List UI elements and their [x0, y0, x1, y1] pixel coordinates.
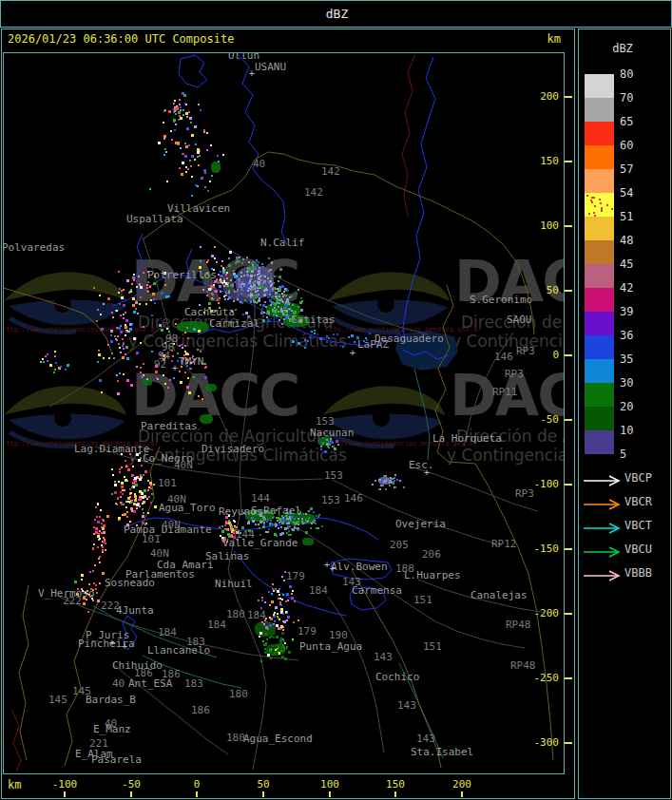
radar-echo-pixel: [158, 142, 161, 144]
radar-echo-pixel: [161, 292, 163, 295]
radar-echo-pixel: [250, 288, 252, 290]
radar-echo-pixel: [172, 355, 174, 357]
radar-echo-pixel: [146, 378, 148, 380]
radar-echo-pixel: [182, 92, 184, 95]
radar-echo-pixel: [403, 486, 405, 488]
radar-echo-pixel: [269, 290, 272, 293]
place-label: 4Junta: [116, 604, 154, 617]
radar-echo-pixel: [234, 291, 236, 293]
radar-echo-pixel: [114, 481, 116, 483]
radar-echo-pixel: [184, 332, 186, 333]
radar-echo-pixel: [304, 339, 306, 341]
radar-echo-pixel: [120, 352, 122, 353]
radar-echo-pixel: [200, 351, 202, 352]
radar-echo-pixel: [310, 527, 312, 529]
radar-echo-pixel: [270, 280, 272, 282]
radar-echo-pixel: [179, 371, 181, 372]
radar-echo-pixel: [218, 161, 220, 162]
bottom-axis-tick-label: 0: [178, 778, 216, 790]
radar-echo-pixel: [142, 503, 144, 505]
radar-echo-pixel: [102, 527, 105, 530]
radar-echo-pixel: [98, 353, 101, 356]
radar-echo-pixel: [308, 517, 310, 519]
route-number-label: 153: [324, 469, 343, 482]
radar-echo-pixel: [132, 297, 135, 300]
radar-echo-pixel: [121, 504, 123, 505]
route-number-label: 40: [112, 677, 125, 690]
radar-echo-pixel: [97, 521, 100, 524]
radar-echo-pixel: [228, 296, 231, 299]
radar-echo-pixel: [202, 398, 203, 400]
radar-echo-pixel: [286, 593, 289, 596]
radar-echo-pixel: [310, 507, 313, 510]
radar-echo-pixel: [278, 276, 281, 278]
radar-echo-pixel: [270, 520, 272, 522]
radar-echo-pixel: [102, 551, 104, 553]
right-axis-tick-mark: [565, 742, 572, 744]
radar-echo-pixel: [140, 342, 142, 344]
radar-echo-pixel: [125, 326, 127, 329]
radar-echo-pixel: [147, 489, 149, 491]
radar-map-canvas[interactable]: DACCDirección de Agriculturay Contingenc…: [4, 53, 564, 773]
vector-label: VBCU: [624, 543, 652, 556]
radar-echo-pixel: [211, 297, 213, 299]
radar-echo-pixel: [258, 524, 259, 525]
radar-echo-pixel: [273, 614, 275, 616]
radar-echo-pixel: [200, 109, 202, 111]
radar-echo-pixel: [281, 532, 284, 535]
radar-echo-pixel: [121, 482, 124, 485]
radar-echo-pixel: [95, 588, 97, 590]
radar-echo-pixel: [129, 488, 131, 490]
radar-echo-pixel: [204, 186, 206, 188]
radar-echo-pixel: [122, 356, 125, 359]
radar-echo-pixel: [177, 142, 180, 144]
radar-echo-pixel: [336, 333, 338, 335]
radar-echo-pixel: [229, 251, 232, 254]
radar-echo-pixel: [273, 314, 275, 315]
radar-echo-pixel: [224, 524, 226, 526]
radar-echo-pixel: [267, 277, 269, 279]
radar-echo-pixel: [187, 168, 189, 170]
radar-echo-pixel: [222, 267, 224, 269]
radar-echo-pixel: [163, 374, 164, 376]
radar-echo-pixel: [146, 498, 148, 500]
radar-echo-pixel: [125, 312, 126, 314]
radar-echo-pixel: [252, 520, 255, 523]
radar-echo-pixel: [139, 505, 141, 507]
radar-echo-pixel: [195, 143, 197, 145]
radar-echo-pixel: [221, 525, 223, 527]
radar-echo-pixel: [131, 459, 133, 461]
radar-echo-pixel: [270, 657, 272, 659]
radar-echo-pixel: [273, 282, 275, 284]
radar-echo-pixel: [281, 632, 284, 635]
radar-echo-pixel: [175, 323, 177, 325]
radar-echo-pixel: [203, 131, 205, 133]
page-title: dBZ: [1, 7, 672, 21]
dbz-scale-value: 45: [620, 257, 648, 271]
route-number-label: 101: [142, 533, 161, 545]
radar-echo-blob: [211, 162, 221, 173]
radar-echo-pixel: [243, 283, 245, 285]
radar-echo-pixel: [283, 291, 285, 293]
radar-echo-pixel: [197, 349, 199, 351]
radar-echo-pixel: [261, 308, 263, 310]
radar-echo-pixel: [94, 564, 96, 566]
dbz-scale-band: [585, 193, 614, 217]
radar-echo-pixel: [54, 369, 56, 371]
radar-echo-pixel: [214, 257, 216, 259]
radar-echo-pixel: [354, 341, 355, 343]
radar-echo-pixel: [267, 531, 269, 533]
radar-echo-pixel: [55, 362, 57, 364]
vector-label: VBCP: [624, 471, 652, 485]
right-axis-tick-mark: [565, 225, 572, 227]
radar-echo-pixel: [285, 316, 288, 319]
dbz-scale-band: [585, 217, 614, 240]
radar-echo-pixel: [206, 261, 208, 263]
radar-echo-pixel: [148, 486, 150, 488]
radar-echo-pixel: [267, 296, 269, 298]
bottom-axis-tick-label: 100: [311, 778, 349, 790]
radar-echo-pixel: [255, 524, 257, 525]
route-number-label: 40: [253, 158, 265, 170]
radar-echo-pixel: [139, 303, 141, 305]
radar-echo-pixel: [189, 117, 192, 120]
